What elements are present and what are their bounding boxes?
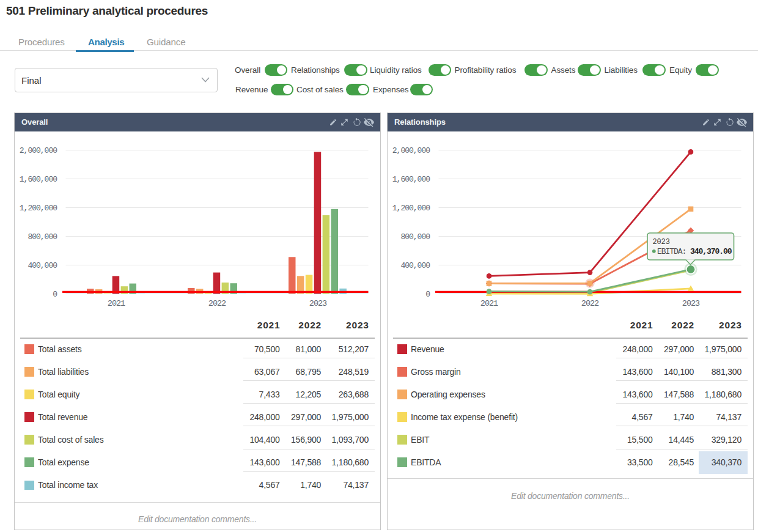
svg-text:2023: 2023 — [682, 298, 700, 308]
svg-text:400,000: 400,000 — [28, 260, 57, 270]
svg-text:0: 0 — [53, 289, 57, 298]
svg-text:2023: 2023 — [653, 237, 670, 246]
svg-text:1,600,000: 1,600,000 — [392, 174, 430, 183]
svg-text:1,200,000: 1,200,000 — [20, 203, 57, 212]
svg-text:800,000: 800,000 — [400, 232, 430, 241]
svg-text:0: 0 — [425, 289, 430, 298]
svg-text:2022: 2022 — [208, 298, 226, 308]
svg-text:2,000,000: 2,000,000 — [392, 146, 430, 155]
svg-text:1,600,000: 1,600,000 — [20, 174, 57, 183]
svg-text:2023: 2023 — [309, 298, 327, 308]
svg-text:2021: 2021 — [480, 298, 498, 308]
svg-text:800,000: 800,000 — [28, 232, 57, 241]
svg-text:EBITDA: 340,370.00: EBITDA: 340,370.00 — [657, 247, 732, 256]
svg-text:400,000: 400,000 — [400, 260, 430, 270]
svg-text:2021: 2021 — [108, 298, 125, 308]
svg-text:2022: 2022 — [581, 298, 599, 308]
svg-text:1,200,000: 1,200,000 — [392, 203, 430, 212]
svg-text:2,000,000: 2,000,000 — [20, 146, 57, 155]
